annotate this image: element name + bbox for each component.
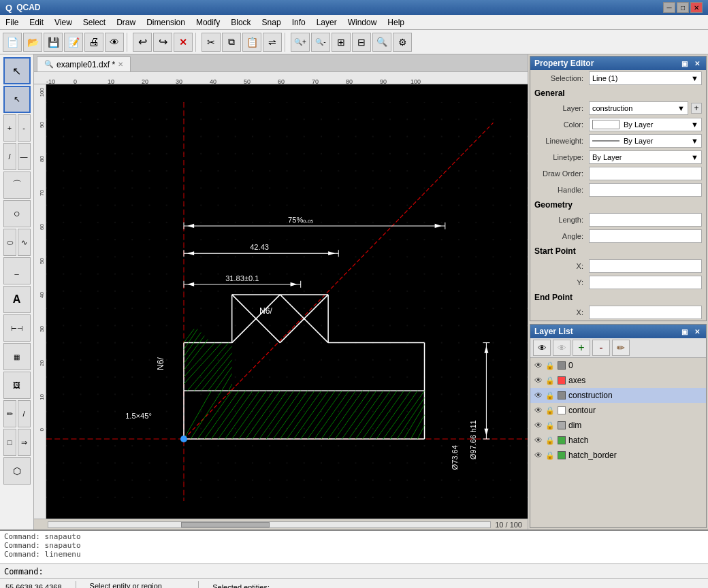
line-tool[interactable]: — [18, 143, 31, 170]
paste-button[interactable]: 📋 [242, 33, 261, 52]
layer-hatch-visibility-icon[interactable]: 👁 [534, 436, 543, 445]
save-button[interactable]: 💾 [44, 33, 63, 52]
layer-tool[interactable]: ⇒ [18, 429, 31, 456]
h-scrollbar-thumb[interactable] [181, 522, 270, 527]
layer-item-dim[interactable]: 👁 🔒 dim [530, 418, 706, 433]
selection-dropdown-btn[interactable]: Line (1) ▼ [589, 71, 702, 85]
handle-input[interactable]: 0x70 [589, 183, 702, 197]
add-layer-button[interactable]: + [573, 340, 590, 356]
h-scrollbar-track[interactable] [48, 521, 491, 528]
layer-0-visibility-icon[interactable]: 👁 [534, 361, 543, 370]
snap-tool[interactable]: ✏ [3, 400, 16, 427]
edit-layer-button[interactable]: ✏ [612, 340, 630, 356]
zoom-plus-tool[interactable]: + [3, 114, 16, 142]
line-tool2[interactable]: _ [3, 257, 31, 284]
layer-hatch-lock-icon[interactable]: 🔒 [545, 436, 555, 445]
layer-item-axes[interactable]: 👁 🔒 axes [530, 373, 706, 388]
layer-item-0[interactable]: 👁 🔒 0 [530, 358, 706, 373]
arc-tool[interactable]: ⌒ [3, 172, 31, 199]
linetype-dropdown[interactable]: By Layer ▼ [589, 150, 702, 164]
zoom-fit-button[interactable]: ⊞ [332, 33, 351, 52]
dim-tool[interactable]: ⊢⊣ [3, 314, 31, 342]
drawing-canvas[interactable]: 75%₀.₀₅ 42.43 [46, 84, 528, 519]
draw-order-input[interactable]: 30 [589, 167, 702, 180]
layer-dim-lock-icon[interactable]: 🔒 [545, 421, 555, 430]
selection-dropdown[interactable]: Line (1) ▼ [589, 71, 702, 85]
delete-button[interactable]: ✕ [174, 33, 193, 52]
menu-view[interactable]: View [49, 15, 78, 29]
zoom-in-button[interactable]: 🔍+ [291, 33, 310, 52]
print-button[interactable]: 🖨 [84, 33, 103, 52]
save-as-button[interactable]: 📝 [64, 33, 83, 52]
open-button[interactable]: 📂 [23, 33, 42, 52]
layer-add-button[interactable]: + [691, 103, 702, 114]
layer-hatch-border-lock-icon[interactable]: 🔒 [545, 451, 555, 460]
prop-editor-close-button[interactable]: ✕ [692, 60, 702, 67]
menu-block[interactable]: Block [225, 15, 256, 29]
close-button[interactable]: ✕ [690, 2, 703, 13]
layer-axes-visibility-icon[interactable]: 👁 [534, 376, 543, 385]
menu-select[interactable]: Select [78, 15, 111, 29]
copy-button[interactable]: ⧉ [222, 33, 241, 52]
3d-tool[interactable]: ⬡ [3, 457, 31, 485]
spline-tool[interactable]: ∿ [18, 229, 31, 256]
mirror-button[interactable]: ⇌ [263, 33, 282, 52]
select-tool[interactable]: ↖ [3, 57, 31, 84]
layer-0-lock-icon[interactable]: 🔒 [545, 361, 555, 370]
select-tool2[interactable]: ↖ [3, 86, 31, 113]
layer-contour-visibility-icon[interactable]: 👁 [534, 406, 543, 415]
angle-input[interactable]: 0 [589, 229, 702, 243]
redo-button[interactable]: ↪ [153, 33, 172, 52]
start-y-input[interactable]: 36.82 [589, 276, 702, 289]
hatch-tool[interactable]: ▦ [3, 343, 31, 370]
layer-dim-visibility-icon[interactable]: 👁 [534, 421, 543, 430]
command-input[interactable] [48, 567, 704, 576]
zoom-out-button[interactable]: 🔍- [311, 33, 330, 52]
layer-item-hatch-border[interactable]: 👁 🔒 hatch_border [530, 448, 706, 463]
cut-button[interactable]: ✂ [202, 33, 221, 52]
menu-info[interactable]: Info [287, 15, 311, 29]
drawing-tab[interactable]: 🔍 example01.dxf * ✕ [37, 56, 131, 71]
length-input[interactable]: 120 [589, 213, 702, 227]
zoom-minus-tool[interactable]: - [18, 114, 31, 142]
menu-snap[interactable]: Snap [257, 15, 287, 29]
hide-all-layers-button[interactable]: 👁 [553, 340, 570, 356]
menu-file[interactable]: File [0, 15, 24, 29]
zoom-prev-button[interactable]: ⊟ [352, 33, 371, 52]
minimize-button[interactable]: ─ [663, 2, 675, 13]
tab-close-button[interactable]: ✕ [118, 61, 123, 68]
remove-layer-button[interactable]: - [592, 340, 610, 356]
menu-layer[interactable]: Layer [311, 15, 342, 29]
menu-help[interactable]: Help [382, 15, 410, 29]
text-tool[interactable]: A [3, 286, 31, 313]
color-dropdown[interactable]: By Layer ▼ [589, 118, 702, 131]
zoom-window-button[interactable]: 🔍 [372, 33, 391, 52]
maximize-button[interactable]: □ [677, 2, 689, 13]
options-button[interactable]: ⚙ [393, 33, 412, 52]
menu-modify[interactable]: Modify [191, 15, 225, 29]
layer-item-contour[interactable]: 👁 🔒 contour [530, 403, 706, 418]
menu-dimension[interactable]: Dimension [141, 15, 191, 29]
prop-editor-restore-button[interactable]: ▣ [679, 60, 690, 67]
end-x-input[interactable]: 120 [589, 306, 702, 319]
layer-axes-lock-icon[interactable]: 🔒 [545, 376, 555, 385]
start-x-input[interactable]: 0 [589, 259, 702, 273]
circle-tool[interactable]: ○ [3, 200, 31, 227]
layer-item-construction[interactable]: 👁 🔒 construction [530, 388, 706, 403]
ellipse-tool[interactable]: ⬭ [3, 229, 16, 256]
angle-tool[interactable]: / [3, 143, 16, 170]
layer-construction-lock-icon[interactable]: 🔒 [545, 391, 555, 400]
layer-contour-lock-icon[interactable]: 🔒 [545, 406, 555, 415]
new-button[interactable]: 📄 [3, 33, 22, 52]
menu-edit[interactable]: Edit [24, 15, 49, 29]
block-tool[interactable]: □ [3, 429, 16, 456]
lineweight-dropdown[interactable]: By Layer ▼ [589, 134, 702, 148]
image-tool[interactable]: 🖼 [3, 372, 31, 399]
layer-construction-visibility-icon[interactable]: 👁 [534, 391, 543, 400]
snap-angle-tool[interactable]: / [18, 400, 31, 427]
show-all-layers-button[interactable]: 👁 [533, 340, 551, 356]
menu-draw[interactable]: Draw [111, 15, 141, 29]
layer-item-hatch[interactable]: 👁 🔒 hatch [530, 433, 706, 448]
undo-button[interactable]: ↩ [133, 33, 152, 52]
layer-list-close-button[interactable]: ✕ [692, 328, 702, 336]
